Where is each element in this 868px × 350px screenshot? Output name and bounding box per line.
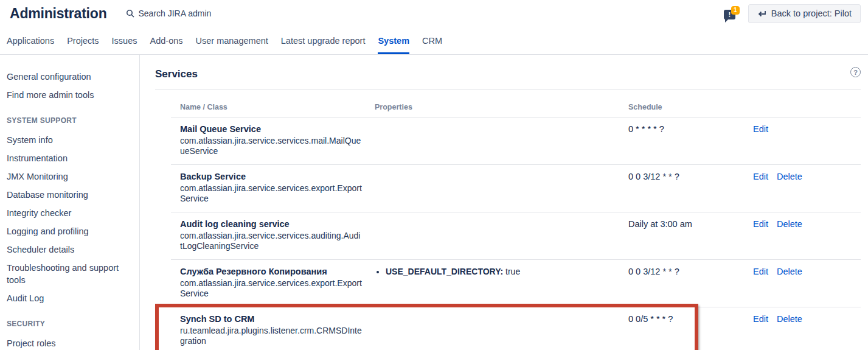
delete-link[interactable]: Delete — [777, 219, 802, 229]
service-properties-cell: USE_DEFAULT_DIRECTORY: true — [366, 267, 619, 299]
column-header-name: Name / Class — [171, 103, 366, 111]
service-actions-cell: EditDelete — [744, 314, 861, 346]
sidebar-section-system-support: SYSTEM SUPPORT — [7, 116, 133, 125]
table-header-row: Name / Class Properties Schedule — [171, 89, 861, 117]
table-row: Служба Резервного Копированияcom.atlassi… — [171, 260, 861, 307]
service-actions-cell: EditDelete — [744, 267, 861, 299]
service-actions-cell: EditDelete — [744, 172, 861, 204]
sidebar-item-jmx-monitoring[interactable]: JMX Monitoring — [7, 170, 133, 183]
delete-link[interactable]: Delete — [777, 267, 802, 276]
sidebar-item-integrity-checker[interactable]: Integrity checker — [7, 207, 133, 219]
service-actions-cell: Edit — [744, 124, 861, 156]
service-schedule: 0 0/5 * * * ? — [619, 314, 744, 346]
help-icon[interactable]: ? — [850, 67, 861, 77]
edit-link[interactable]: Edit — [753, 314, 768, 324]
sidebar-item-scheduler-details[interactable]: Scheduler details — [7, 243, 133, 256]
return-arrow-icon — [757, 10, 766, 18]
delete-link[interactable]: Delete — [777, 314, 802, 324]
tab-crm[interactable]: CRM — [422, 27, 442, 54]
sidebar-item-system-info[interactable]: System info — [7, 134, 133, 146]
tab-issues[interactable]: Issues — [112, 27, 137, 54]
service-name-cell: Audit log cleaning servicecom.atlassian.… — [171, 219, 366, 251]
sidebar-item-find-more-admin-tools[interactable]: Find more admin tools — [7, 89, 133, 101]
column-header-schedule: Schedule — [619, 103, 744, 111]
service-schedule: Daily at 3:00 am — [619, 219, 744, 251]
property-key: USE_DEFAULT_DIRECTORY: — [386, 267, 503, 276]
service-properties-cell — [366, 314, 619, 346]
service-name-cell: Backup Servicecom.atlassian.jira.service… — [171, 172, 366, 204]
sidebar-item-instrumentation[interactable]: Instrumentation — [7, 152, 133, 164]
delete-link[interactable]: Delete — [777, 172, 802, 181]
service-name-cell: Mail Queue Servicecom.atlassian.jira.ser… — [171, 124, 366, 156]
service-actions-cell: EditDelete — [744, 219, 861, 251]
service-name-cell: Служба Резервного Копированияcom.atlassi… — [171, 267, 366, 299]
edit-link[interactable]: Edit — [753, 124, 768, 134]
edit-link[interactable]: Edit — [753, 267, 768, 276]
tab-applications[interactable]: Applications — [7, 27, 54, 54]
edit-link[interactable]: Edit — [753, 219, 768, 229]
back-to-project-label: Back to project: Pilot — [771, 9, 852, 18]
table-row: Synch SD to CRMru.teamlead.jira.plugins.… — [171, 307, 861, 350]
sidebar-item-database-monitoring[interactable]: Database monitoring — [7, 189, 133, 201]
service-name: Mail Queue Service — [180, 124, 366, 134]
search-input[interactable] — [138, 9, 272, 18]
search-icon — [126, 9, 134, 18]
service-name: Audit log cleaning service — [180, 219, 366, 229]
main-content: Services ? Name / Class Properties Sched… — [140, 55, 868, 350]
sidebar: General configurationFind more admin too… — [0, 55, 140, 350]
table-row: Mail Queue Servicecom.atlassian.jira.ser… — [171, 117, 861, 165]
tab-latest-upgrade-report[interactable]: Latest upgrade report — [281, 27, 366, 54]
service-name: Служба Резервного Копирования — [180, 267, 366, 276]
sidebar-item-troubleshooting-and-support-tools[interactable]: Troubleshooting and support tools — [7, 262, 133, 286]
notification-badge: 1 — [731, 6, 740, 15]
service-schedule: 0 * * * * ? — [619, 124, 744, 156]
service-name: Backup Service — [180, 172, 366, 181]
service-properties-cell — [366, 172, 619, 204]
sidebar-item-project-roles[interactable]: Project roles — [7, 337, 133, 349]
admin-nav-tabs: ApplicationsProjectsIssuesAdd-onsUser ma… — [0, 27, 868, 55]
tab-system[interactable]: System — [378, 27, 409, 54]
services-table: Name / Class Properties Schedule Mail Qu… — [171, 89, 861, 350]
service-schedule: 0 0 3/12 * * ? — [619, 172, 744, 204]
service-properties-cell — [366, 124, 619, 156]
service-class: com.atlassian.jira.service.services.expo… — [180, 183, 363, 204]
service-class: com.atlassian.jira.service.services.audi… — [180, 231, 363, 251]
table-row: Backup Servicecom.atlassian.jira.service… — [171, 165, 861, 212]
edit-link[interactable]: Edit — [753, 172, 768, 181]
sidebar-item-logging-and-profiling[interactable]: Logging and profiling — [7, 225, 133, 237]
sidebar-section-security: SECURITY — [7, 320, 133, 328]
service-name: Synch SD to CRM — [180, 314, 366, 324]
tab-user-management[interactable]: User management — [196, 27, 268, 54]
service-property: USE_DEFAULT_DIRECTORY: true — [386, 267, 619, 276]
column-header-properties: Properties — [366, 103, 619, 111]
tab-add-ons[interactable]: Add-ons — [150, 27, 183, 54]
admin-search[interactable] — [126, 9, 272, 18]
service-class: com.atlassian.jira.service.services.expo… — [180, 278, 363, 299]
service-properties-cell — [366, 219, 619, 251]
tab-projects[interactable]: Projects — [67, 27, 99, 54]
notifications-icon[interactable]: ! 1 — [724, 6, 740, 21]
table-row: Audit log cleaning servicecom.atlassian.… — [171, 212, 861, 260]
sidebar-item-general-configuration[interactable]: General configuration — [7, 71, 133, 83]
services-heading: Services — [155, 68, 198, 80]
back-to-project-button[interactable]: Back to project: Pilot — [748, 4, 861, 23]
sidebar-item-audit-log[interactable]: Audit Log — [7, 292, 133, 304]
page-title: Administration — [10, 5, 106, 22]
app-header: Administration ! 1 Back to project: Pilo… — [0, 0, 868, 27]
service-class: com.atlassian.jira.service.services.mail… — [180, 136, 363, 156]
service-schedule: 0 0 3/12 * * ? — [619, 267, 744, 299]
header-right: ! 1 Back to project: Pilot — [724, 4, 861, 23]
service-name-cell: Synch SD to CRMru.teamlead.jira.plugins.… — [171, 314, 366, 346]
service-class: ru.teamlead.jira.plugins.listener.crm.CR… — [180, 326, 363, 346]
